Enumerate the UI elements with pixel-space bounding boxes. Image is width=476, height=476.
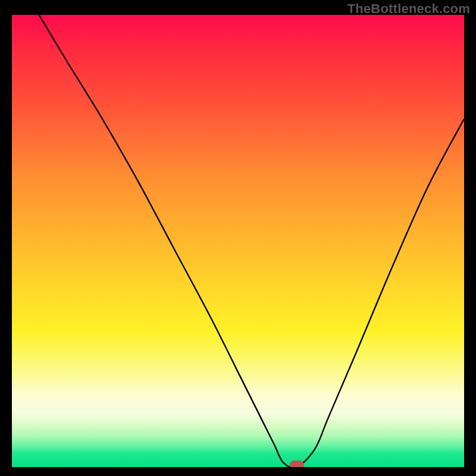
chart-frame: TheBottleneck.com xyxy=(0,0,476,476)
watermark-label: TheBottleneck.com xyxy=(347,1,470,17)
plot-area xyxy=(12,15,464,467)
optimal-point-marker xyxy=(290,461,304,467)
bottleneck-curve xyxy=(12,15,464,467)
curve-path xyxy=(39,15,464,467)
